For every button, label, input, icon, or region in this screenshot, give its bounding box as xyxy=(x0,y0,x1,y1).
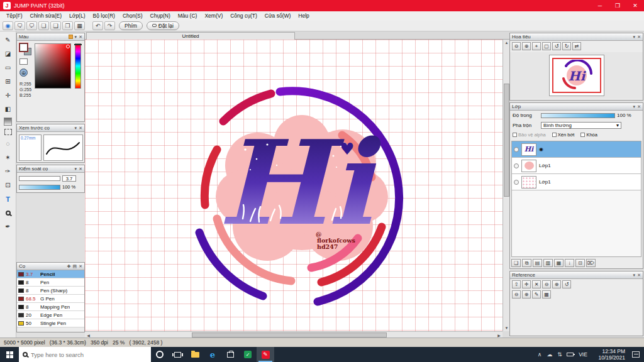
hidden-icons-chevron[interactable]: ∧ xyxy=(535,347,545,362)
action-center-button[interactable] xyxy=(628,347,644,362)
brush-size-slider[interactable] xyxy=(19,176,60,181)
clock[interactable]: 12:34 PM 10/19/2021 xyxy=(591,347,628,362)
layer-row[interactable]: Lớp1 xyxy=(512,158,641,174)
menu-color[interactable]: Màu (C) xyxy=(174,13,201,19)
magic-wand-tool-icon[interactable]: ✶ xyxy=(3,152,14,163)
brush-row[interactable]: 8 Mapping Pen xyxy=(17,303,84,311)
start-button[interactable] xyxy=(0,347,19,362)
menu-snap[interactable]: Chụp(N) xyxy=(147,13,174,19)
hue-slider[interactable] xyxy=(75,43,81,89)
import-reference-icon[interactable]: ⇧ xyxy=(512,280,521,288)
close-panel-icon[interactable]: ✕ xyxy=(79,167,82,172)
zoom-out-icon[interactable]: ⊖ xyxy=(512,42,521,50)
jump-paint-taskbar-button[interactable]: ✎ xyxy=(257,347,274,362)
collapse-icon[interactable]: ▾ xyxy=(633,273,636,278)
phim-button[interactable]: Phím xyxy=(119,21,143,30)
brush-row[interactable]: 8 Pen (Sharp) xyxy=(17,287,84,295)
document-tab[interactable]: Untitled xyxy=(86,32,295,40)
menu-filter[interactable]: Bộ lọc(R) xyxy=(89,13,119,19)
hand-tool-icon[interactable]: ✒ xyxy=(3,221,14,232)
green-app-button[interactable]: ✓ xyxy=(239,347,257,362)
brush-row[interactable]: 3.7 Pencil xyxy=(17,270,84,278)
edge-button[interactable]: e xyxy=(204,347,221,362)
vertical-scrollbar[interactable]: ▲ ▼ xyxy=(502,40,509,331)
comment-icon[interactable]: 🗨 xyxy=(14,21,25,30)
bucket-tool-icon[interactable]: ◧ xyxy=(3,104,14,114)
gradient-tool-icon[interactable] xyxy=(4,118,12,126)
collapse-icon[interactable]: ▾ xyxy=(75,35,77,40)
reference-minus-icon[interactable]: ⊖ xyxy=(512,290,521,299)
redo-icon[interactable]: ↷ xyxy=(104,21,115,30)
flip-icon[interactable]: ⇄ xyxy=(572,42,581,50)
export-icon[interactable]: ❐ xyxy=(62,21,73,30)
file-explorer-button[interactable] xyxy=(186,347,204,362)
brush-size-value[interactable]: 3.7 xyxy=(62,175,76,182)
select-rect-tool-icon[interactable] xyxy=(4,129,12,135)
brush-row[interactable]: 8 Pen xyxy=(17,278,84,287)
canvas[interactable]: Hi ♥ @ flork xyxy=(85,40,502,331)
close-panel-icon[interactable]: ✕ xyxy=(637,104,641,109)
close-panel-icon[interactable]: ✕ xyxy=(637,35,641,40)
navigator-view-rect[interactable]: Hi xyxy=(552,58,601,93)
add-brush-icon[interactable]: ✚ xyxy=(67,264,71,269)
menu-tools[interactable]: Công cụ(T) xyxy=(226,13,261,19)
horizontal-scroll-thumb[interactable] xyxy=(192,332,387,337)
layer-visibility-icon[interactable] xyxy=(514,163,519,168)
pen-tool-icon[interactable]: ✎ xyxy=(3,35,14,45)
layer-row[interactable]: Hi ◉ xyxy=(512,141,641,158)
layer-folder-icon[interactable]: ▤ xyxy=(533,259,542,267)
rotate-left-icon[interactable]: ↺ xyxy=(552,42,561,50)
brush-row[interactable]: 68.5 G Pen xyxy=(17,295,84,303)
transfer-layer-icon[interactable]: ▦ xyxy=(554,259,564,267)
collapse-icon[interactable]: ▾ xyxy=(633,35,636,40)
rotate-right-icon[interactable]: ↻ xyxy=(562,42,571,50)
operation-tool-icon[interactable]: ⊡ xyxy=(3,180,14,190)
fg-bg-swatches[interactable] xyxy=(19,43,32,56)
layer-row[interactable]: Lớp1 xyxy=(512,174,641,190)
save-icon[interactable]: ❑ xyxy=(50,21,61,30)
minimize-button[interactable]: ─ xyxy=(591,0,609,11)
layer-visibility-icon[interactable] xyxy=(514,180,519,185)
horizontal-scrollbar[interactable]: ◀ ▶ xyxy=(85,331,502,337)
taskbar-search[interactable] xyxy=(19,347,151,362)
new-file-icon[interactable]: ❏ xyxy=(38,21,49,30)
brush-opacity-slider[interactable] xyxy=(19,185,60,190)
brush-row[interactable]: 50 Stingle Pen xyxy=(17,319,84,327)
move-tool-icon[interactable]: ✛ xyxy=(3,90,14,101)
close-panel-icon[interactable]: ✕ xyxy=(79,264,82,269)
menu-window[interactable]: Cửa sổ(W) xyxy=(261,13,295,19)
layer-opacity-slider[interactable] xyxy=(541,113,615,118)
menu-select[interactable]: Chọn(S) xyxy=(119,13,147,19)
vertical-scroll-thumb[interactable] xyxy=(504,84,509,197)
battery-icon[interactable] xyxy=(565,347,575,362)
lock-checkbox[interactable] xyxy=(580,133,585,137)
menu-layer[interactable]: Lớp(L) xyxy=(65,13,89,19)
clipping-checkbox[interactable] xyxy=(552,133,557,137)
duplicate-layer-icon[interactable]: ⧉ xyxy=(522,259,531,267)
foreground-color-swatch[interactable] xyxy=(19,43,28,52)
search-input[interactable] xyxy=(31,351,131,358)
maximize-button[interactable]: ❐ xyxy=(609,0,626,11)
reference-grid-icon[interactable]: ▦ xyxy=(542,290,551,299)
menu-help[interactable]: Help xyxy=(294,13,313,19)
reference-rotate-icon[interactable]: ↺ xyxy=(562,280,571,288)
layer-settings-icon[interactable]: ⊡ xyxy=(575,259,585,267)
brush-row[interactable]: 20 Edge Pen xyxy=(17,311,84,319)
mini-color-swatch[interactable] xyxy=(19,58,28,65)
cortana-button[interactable] xyxy=(151,347,169,362)
zoom-fit-icon[interactable]: ⌖ xyxy=(532,42,541,50)
undo-icon[interactable]: ↶ xyxy=(92,21,103,30)
onedrive-cloud-icon[interactable]: ☁ xyxy=(545,347,555,362)
zoom-in-icon[interactable]: ⊕ xyxy=(522,42,531,50)
language-indicator[interactable]: VIE xyxy=(575,347,591,362)
store-button[interactable] xyxy=(221,347,239,362)
collapse-icon[interactable]: ▾ xyxy=(75,126,77,131)
layer-visibility-icon[interactable] xyxy=(514,147,519,152)
panel-menu-icon[interactable] xyxy=(69,35,73,39)
lasso-tool-icon[interactable]: ◌ xyxy=(3,138,14,149)
delete-layer-icon[interactable]: ⌦ xyxy=(586,259,596,267)
reference-picker-icon[interactable]: ✎ xyxy=(532,290,541,299)
menu-file[interactable]: Tệp(F) xyxy=(3,13,26,19)
globe-icon[interactable]: ⊕ xyxy=(19,69,28,77)
saturation-value-picker[interactable] xyxy=(35,43,71,89)
